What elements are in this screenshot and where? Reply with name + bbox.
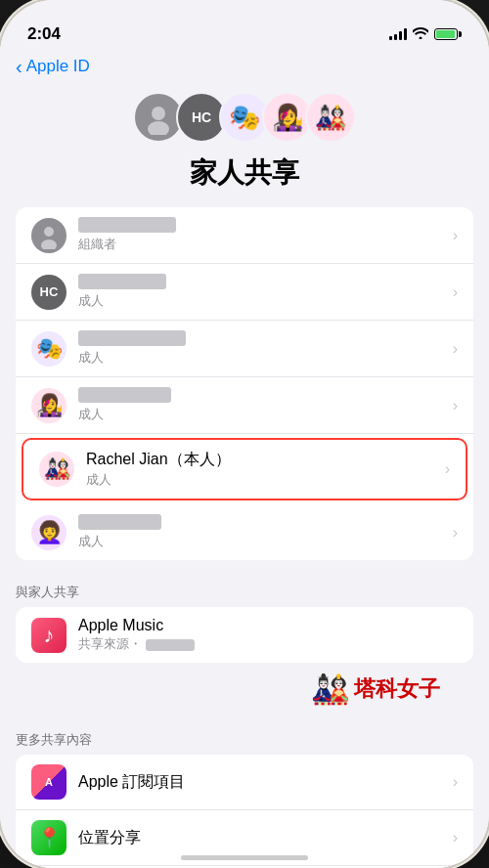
- page-title-section: HC 🎭 👩‍🎤 🎎 家人共享: [0, 84, 489, 207]
- member-2-name: [78, 274, 445, 291]
- status-bar: 2:04: [0, 0, 489, 53]
- member-1-avatar: [31, 218, 67, 253]
- subscriptions-item[interactable]: A Apple 訂閱項目 ›: [16, 755, 473, 810]
- back-label: Apple ID: [26, 57, 90, 76]
- member-4-role: 成人: [78, 406, 445, 423]
- member-4-name: [78, 387, 445, 405]
- chevron-icon: ›: [453, 773, 458, 791]
- svg-point-1: [152, 107, 165, 120]
- more-sharing-group: A Apple 訂閱項目 › 📍 位置分享 ›: [16, 755, 473, 868]
- subscriptions-text: Apple 訂閱項目: [78, 772, 445, 793]
- family-members-section: 組織者 › HC 成人 › 🎭: [16, 207, 473, 560]
- member-1-role: 組織者: [78, 236, 445, 253]
- member-3-avatar: 🎭: [31, 331, 67, 367]
- nav-bar: ‹ Apple ID: [0, 53, 489, 84]
- member-6-name: [78, 514, 445, 532]
- status-time: 2:04: [27, 24, 61, 44]
- main-content: 組織者 › HC 成人 › 🎭: [0, 207, 489, 868]
- member-6-role: 成人: [78, 533, 445, 550]
- chevron-icon: ›: [453, 283, 458, 301]
- watermark: 🎎 塔科女子: [0, 671, 489, 716]
- chevron-icon: ›: [445, 460, 450, 478]
- watermark-text: 塔科女子: [354, 674, 440, 704]
- family-member-4[interactable]: 👩‍🎤 成人 ›: [16, 377, 473, 434]
- member-4-avatar: 👩‍🎤: [31, 388, 67, 423]
- back-button[interactable]: ‹ Apple ID: [16, 57, 473, 76]
- subscriptions-name: Apple 訂閱項目: [78, 772, 445, 793]
- apple-music-text: Apple Music 共享來源・: [78, 617, 458, 653]
- member-6-text: 成人: [78, 514, 445, 550]
- status-icons: [389, 26, 462, 42]
- avatar-5: 🎎: [305, 92, 356, 143]
- more-sharing-header: 更多共享內容: [0, 716, 489, 755]
- chevron-icon: ›: [453, 524, 458, 542]
- back-chevron-icon: ‹: [16, 57, 22, 76]
- family-member-3[interactable]: 🎭 成人 ›: [16, 321, 473, 377]
- family-member-1[interactable]: 組織者 ›: [16, 207, 473, 264]
- member-3-role: 成人: [78, 349, 445, 367]
- family-member-6[interactable]: 👩‍🦱 成人 ›: [16, 504, 473, 560]
- page-title: 家人共享: [0, 154, 489, 192]
- member-5-role: 成人: [86, 471, 437, 489]
- member-6-avatar: 👩‍🦱: [31, 515, 67, 550]
- family-member-5-rachel[interactable]: 🎎 Rachel Jian（本人） 成人 ›: [22, 438, 467, 500]
- member-3-name: [78, 330, 445, 348]
- chevron-icon: ›: [453, 397, 458, 414]
- member-2-avatar: HC: [31, 275, 67, 310]
- member-5-avatar: 🎎: [39, 452, 74, 487]
- member-3-text: 成人: [78, 330, 445, 367]
- member-5-text: Rachel Jian（本人） 成人: [86, 450, 437, 489]
- svg-point-4: [44, 227, 54, 237]
- member-1-name: [78, 217, 445, 235]
- family-member-2[interactable]: HC 成人 ›: [16, 264, 473, 321]
- subscriptions-icon: A: [31, 764, 67, 800]
- apple-music-subtitle: 共享來源・: [78, 635, 458, 653]
- screen: 2:04: [0, 0, 489, 868]
- phone-frame: 2:04: [0, 0, 489, 868]
- location-icon: 📍: [31, 820, 67, 855]
- location-text: 位置分享: [78, 828, 445, 848]
- signal-icon: [389, 28, 407, 40]
- member-5-name: Rachel Jian（本人）: [86, 450, 437, 470]
- apple-music-item[interactable]: ♪ Apple Music 共享來源・: [16, 607, 473, 663]
- apple-music-icon: ♪: [31, 618, 67, 653]
- chevron-icon: ›: [453, 829, 458, 846]
- chevron-icon: ›: [453, 340, 458, 358]
- home-indicator: [181, 855, 308, 860]
- location-name: 位置分享: [78, 828, 445, 848]
- shared-section-header: 與家人共享: [0, 568, 489, 607]
- member-2-role: 成人: [78, 292, 445, 310]
- apple-music-name: Apple Music: [78, 617, 458, 634]
- watermark-emoji: 🎎: [311, 671, 350, 708]
- member-4-text: 成人: [78, 387, 445, 423]
- battery-icon: [434, 28, 462, 40]
- shared-with-family-group: ♪ Apple Music 共享來源・: [16, 607, 473, 663]
- member-2-text: 成人: [78, 274, 445, 310]
- wifi-icon: [413, 26, 428, 42]
- member-1-text: 組織者: [78, 217, 445, 253]
- avatar-row: HC 🎭 👩‍🎤 🎎: [0, 92, 489, 143]
- chevron-icon: ›: [453, 227, 458, 244]
